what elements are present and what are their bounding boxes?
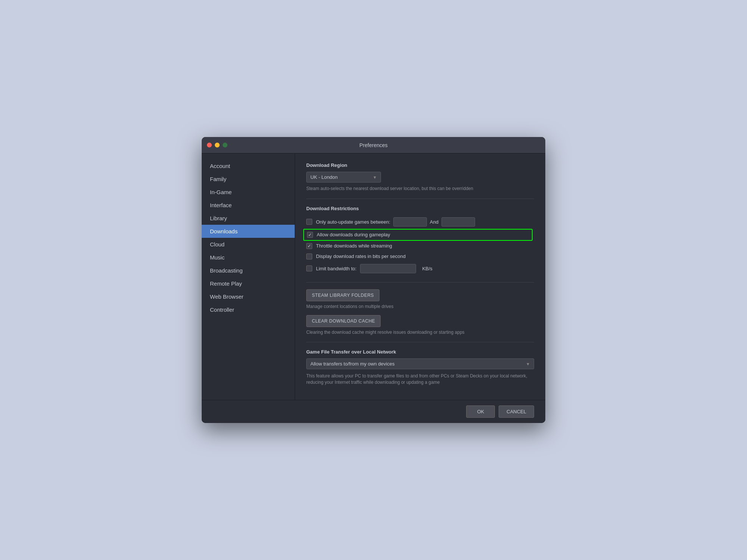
clear-cache-helper: Clearing the download cache might resolv… [306, 329, 534, 336]
cancel-button[interactable]: CANCEL [499, 405, 534, 418]
sidebar-item-cloud[interactable]: Cloud [202, 238, 295, 251]
throttle-label: Throttle downloads while streaming [316, 243, 392, 249]
sidebar-item-downloads[interactable]: Downloads [202, 225, 295, 238]
sidebar-item-broadcasting[interactable]: Broadcasting [202, 264, 295, 277]
display-bits-label: Display download rates in bits per secon… [316, 253, 406, 259]
divider-3 [306, 342, 534, 342]
download-region-dropdown[interactable]: UK - London ▼ [306, 172, 381, 183]
auto-update-label: Only auto-update games between: [316, 219, 390, 225]
dropdown-arrow-icon: ▼ [373, 175, 377, 180]
sidebar-item-in-game[interactable]: In-Game [202, 186, 295, 199]
checkbox-row-display-bits: Display download rates in bits per secon… [306, 251, 534, 262]
auto-update-from-input[interactable] [393, 217, 427, 227]
game-file-transfer-dropdown[interactable]: Allow transfers to/from my own devices ▼ [306, 358, 534, 369]
maximize-button[interactable] [223, 143, 227, 147]
checkbox-auto-update[interactable] [306, 219, 312, 225]
download-region-title: Download Region [306, 162, 534, 168]
checkmark-allow-gameplay: ✓ [308, 233, 312, 237]
steam-library-row: STEAM LIBRARY FOLDERS [306, 289, 534, 301]
checkbox-row-throttle: ✓ Throttle downloads while streaming [306, 241, 534, 251]
checkbox-row-limit-bandwidth: Limit bandwidth to: KB/s [306, 262, 534, 276]
window-title: Preferences [359, 142, 387, 148]
checkbox-throttle[interactable]: ✓ [306, 243, 312, 249]
bandwidth-input[interactable] [360, 264, 416, 273]
content-area: Account Family In-Game Interface Library… [202, 153, 545, 400]
checkmark-throttle: ✓ [307, 244, 311, 248]
minimize-button[interactable] [215, 143, 220, 147]
sidebar-item-web-browser[interactable]: Web Browser [202, 290, 295, 303]
traffic-lights [207, 143, 227, 147]
sidebar-item-interface[interactable]: Interface [202, 199, 295, 212]
allow-gameplay-label: Allow downloads during gameplay [317, 232, 390, 237]
clear-cache-row: CLEAR DOWNLOAD CACHE [306, 315, 534, 327]
kbs-label: KB/s [422, 266, 432, 271]
clear-cache-button[interactable]: CLEAR DOWNLOAD CACHE [306, 315, 381, 327]
game-file-transfer-helper: This feature allows your PC to transfer … [306, 373, 534, 386]
game-file-transfer-value: Allow transfers to/from my own devices [310, 361, 394, 367]
steam-library-helper: Manage content locations on multiple dri… [306, 304, 534, 310]
divider-1 [306, 199, 534, 199]
ok-button[interactable]: OK [466, 405, 495, 418]
limit-bandwidth-label: Limit bandwidth to: [316, 266, 356, 271]
download-region-helper: Steam auto-selects the nearest download … [306, 186, 534, 192]
titlebar: Preferences [202, 137, 545, 153]
download-region-row: UK - London ▼ [306, 172, 534, 183]
footer: OK CANCEL [202, 400, 545, 423]
sidebar-item-library[interactable]: Library [202, 212, 295, 225]
sidebar-item-account[interactable]: Account [202, 159, 295, 172]
auto-update-inline: Only auto-update games between: And [316, 217, 475, 227]
sidebar: Account Family In-Game Interface Library… [202, 153, 295, 400]
sidebar-item-controller[interactable]: Controller [202, 303, 295, 316]
sidebar-item-music[interactable]: Music [202, 251, 295, 264]
close-button[interactable] [207, 143, 212, 147]
auto-update-to-input[interactable] [441, 217, 475, 227]
checkbox-limit-bandwidth[interactable] [306, 265, 312, 271]
divider-2 [306, 282, 534, 283]
checkbox-allow-gameplay[interactable]: ✓ [307, 232, 313, 238]
download-restrictions-title: Download Restrictions [306, 206, 534, 211]
steam-library-button[interactable]: STEAM LIBRARY FOLDERS [306, 289, 379, 301]
checkbox-row-auto-update: Only auto-update games between: And [306, 215, 534, 229]
checkbox-row-allow-gameplay: ✓ Allow downloads during gameplay [303, 229, 533, 241]
checkbox-display-bits[interactable] [306, 253, 312, 259]
download-region-value: UK - London [310, 174, 338, 180]
sidebar-item-family[interactable]: Family [202, 172, 295, 186]
main-content: Download Region UK - London ▼ Steam auto… [295, 153, 545, 400]
game-file-transfer-arrow-icon: ▼ [526, 362, 530, 366]
sidebar-item-remote-play[interactable]: Remote Play [202, 277, 295, 290]
preferences-window: Preferences Account Family In-Game Inter… [202, 137, 545, 423]
and-label: And [430, 219, 438, 225]
game-file-transfer-title: Game File Transfer over Local Network [306, 349, 534, 355]
